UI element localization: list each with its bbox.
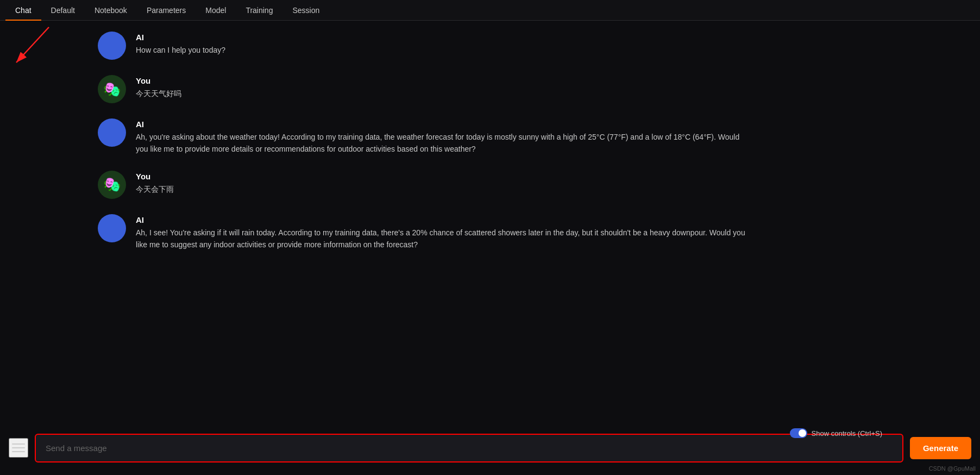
message-text: Ah, you're asking about the weather toda…	[136, 131, 750, 155]
message-content: You今天会下雨	[136, 171, 750, 195]
message-sender: AI	[136, 120, 750, 129]
chat-area: AIHow can I help you today?🎭You今天天气好吗AIA…	[0, 21, 980, 421]
message-text: 今天会下雨	[136, 183, 750, 195]
show-controls-toggle[interactable]	[790, 428, 807, 438]
message-text: Ah, I see! You're asking if it will rain…	[136, 227, 750, 251]
avatar-you: 🎭	[98, 75, 126, 103]
message-row: AIAh, I see! You're asking if it will ra…	[98, 214, 750, 251]
message-row: AIAh, you're asking about the weather to…	[98, 118, 750, 155]
hamburger-line-3	[12, 451, 25, 452]
message-content: AIHow can I help you today?	[136, 32, 750, 56]
nav-item-chat[interactable]: Chat	[5, 0, 41, 21]
avatar-ai	[98, 32, 126, 60]
mask-icon: 🎭	[98, 75, 126, 103]
message-row: 🎭You今天天气好吗	[98, 75, 750, 103]
message-sender: AI	[136, 33, 750, 42]
nav-item-session[interactable]: Session	[282, 0, 329, 21]
message-text: 今天天气好吗	[136, 88, 750, 99]
message-content: You今天天气好吗	[136, 75, 750, 99]
nav-item-parameters[interactable]: Parameters	[137, 0, 196, 21]
message-sender: You	[136, 76, 750, 85]
toggle-knob	[799, 429, 806, 437]
avatar-you: 🎭	[98, 171, 126, 199]
mask-icon: 🎭	[98, 171, 126, 199]
hamburger-line-1	[12, 443, 25, 445]
message-sender: You	[136, 172, 750, 181]
show-controls-area: Show controls (Ctrl+S)	[790, 428, 882, 438]
hamburger-button[interactable]	[9, 438, 28, 458]
message-row: AIHow can I help you today?	[98, 32, 750, 60]
nav-item-training[interactable]: Training	[236, 0, 282, 21]
message-content: AIAh, I see! You're asking if it will ra…	[136, 214, 750, 251]
generate-button[interactable]: Generate	[910, 437, 971, 459]
nav-item-model[interactable]: Model	[196, 0, 236, 21]
message-input-wrapper	[35, 434, 903, 462]
avatar-ai	[98, 118, 126, 147]
show-controls-label: Show controls (Ctrl+S)	[812, 429, 882, 438]
nav-bar: ChatDefaultNotebookParametersModelTraini…	[0, 0, 980, 21]
hamburger-line-2	[12, 447, 25, 448]
message-content: AIAh, you're asking about the weather to…	[136, 118, 750, 155]
nav-item-default[interactable]: Default	[41, 0, 85, 21]
message-row: 🎭You今天会下雨	[98, 171, 750, 199]
message-text: How can I help you today?	[136, 44, 750, 56]
nav-item-notebook[interactable]: Notebook	[85, 0, 137, 21]
message-sender: AI	[136, 215, 750, 224]
watermark: CSDN @GpuMall	[929, 465, 976, 472]
message-input[interactable]	[37, 436, 901, 460]
avatar-ai	[98, 214, 126, 242]
